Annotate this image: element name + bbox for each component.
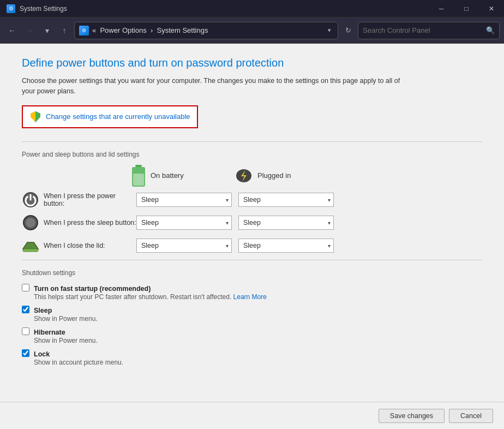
fast-startup-checkbox[interactable] bbox=[22, 284, 29, 291]
change-settings-box[interactable]: Change settings that are currently unava… bbox=[22, 105, 198, 128]
lid-battery-dropdown[interactable]: Sleep Hibernate Shut down Do nothing bbox=[136, 239, 232, 253]
svg-point-11 bbox=[26, 218, 35, 228]
fast-startup-sublabel: This helps start your PC faster after sh… bbox=[34, 293, 267, 301]
sleep-battery-dropdown-wrapper: Sleep Hibernate Shut down Do nothing ▾ bbox=[136, 216, 232, 230]
content-inner: Define power buttons and turn on passwor… bbox=[0, 44, 504, 402]
fast-startup-label-text[interactable]: Turn on fast startup (recommended) bbox=[34, 285, 151, 293]
hibernate-sublabel: Show in Power menu. bbox=[34, 337, 98, 344]
sleep-label-text[interactable]: Sleep bbox=[34, 307, 52, 314]
svg-marker-1 bbox=[31, 111, 35, 122]
lid-close-icon bbox=[22, 237, 39, 254]
power-plugged-dropdown-wrapper: Sleep Hibernate Shut down Do nothing ▾ bbox=[238, 193, 334, 207]
sleep-plugged-dropdown-wrapper: Sleep Hibernate Shut down Do nothing ▾ bbox=[238, 216, 334, 230]
lid-battery-dropdown-wrapper: Sleep Hibernate Shut down Do nothing ▾ bbox=[136, 239, 232, 253]
sleep-battery-dropdown[interactable]: Sleep Hibernate Shut down Do nothing bbox=[136, 216, 232, 230]
address-text: « Power Options › System Settings bbox=[92, 26, 322, 34]
back-button[interactable]: ← bbox=[4, 23, 20, 38]
power-sleep-section-label: Power and sleep buttons and lid settings bbox=[22, 151, 482, 158]
address-bar-icon: ⚙ bbox=[79, 26, 89, 35]
on-battery-header: On battery bbox=[131, 165, 235, 187]
hibernate-content: Hibernate Show in Power menu. bbox=[34, 327, 98, 344]
address-bar: ⚙ « Power Options › System Settings ▾ bbox=[74, 22, 338, 39]
up-button[interactable]: ↑ bbox=[57, 23, 72, 38]
sleep-sublabel: Show in Power menu. bbox=[34, 315, 98, 323]
sleep-item: Sleep Show in Power menu. bbox=[22, 305, 482, 323]
sleep-plugged-dropdown[interactable]: Sleep Hibernate Shut down Do nothing bbox=[238, 216, 334, 230]
power-button-selects: Sleep Hibernate Shut down Do nothing ▾ S… bbox=[136, 193, 334, 207]
fast-startup-label: Turn on fast startup (recommended) bbox=[34, 283, 267, 293]
power-battery-dropdown-wrapper: Sleep Hibernate Shut down Do nothing ▾ bbox=[136, 193, 232, 207]
title-bar-controls: ─ □ ✕ bbox=[429, 0, 504, 17]
content-area: Define power buttons and turn on passwor… bbox=[0, 44, 504, 429]
sleep-button-row: When I press the sleep button: Sleep Hib… bbox=[22, 214, 482, 231]
bottom-bar: Save changes Cancel bbox=[0, 402, 504, 429]
fast-startup-item: Turn on fast startup (recommended) This … bbox=[22, 283, 482, 301]
learn-more-link[interactable]: Learn More bbox=[233, 293, 267, 301]
dropdown-history-button[interactable]: ▾ bbox=[39, 23, 55, 38]
shield-icon bbox=[29, 111, 41, 123]
change-settings-link[interactable]: Change settings that are currently unava… bbox=[46, 112, 190, 121]
search-box: 🔍 bbox=[358, 22, 500, 39]
refresh-button[interactable]: ↻ bbox=[340, 23, 356, 38]
sleep-content: Sleep Show in Power menu. bbox=[34, 305, 98, 323]
lid-plugged-dropdown-wrapper: Sleep Hibernate Shut down Do nothing ▾ bbox=[238, 239, 334, 253]
address-chevron[interactable]: ▾ bbox=[326, 26, 333, 35]
battery-icon bbox=[131, 165, 146, 187]
svg-rect-6 bbox=[133, 174, 144, 186]
power-button-row: When I press the power button: Sleep Hib… bbox=[22, 191, 482, 208]
search-icon: 🔍 bbox=[486, 26, 495, 34]
fast-startup-content: Turn on fast startup (recommended) This … bbox=[34, 283, 267, 301]
sleep-checkbox[interactable] bbox=[22, 306, 29, 313]
page-description: Choose the power settings that you want … bbox=[22, 76, 415, 97]
power-button-label: When I press the power button: bbox=[44, 192, 136, 207]
lock-content: Lock Show in account picture menu. bbox=[34, 349, 123, 366]
hibernate-label-text[interactable]: Hibernate bbox=[34, 329, 65, 336]
lock-sublabel: Show in account picture menu. bbox=[34, 359, 123, 366]
power-plugged-dropdown[interactable]: Sleep Hibernate Shut down Do nothing bbox=[238, 193, 334, 207]
plugged-in-label: Plugged in bbox=[257, 171, 291, 180]
app-icon: ⚙ bbox=[7, 4, 15, 13]
power-button-icon bbox=[22, 191, 39, 208]
maximize-button[interactable]: □ bbox=[454, 0, 479, 17]
top-divider bbox=[22, 141, 482, 142]
cancel-button[interactable]: Cancel bbox=[449, 409, 493, 423]
lid-close-label: When I close the lid: bbox=[44, 242, 136, 249]
lock-item: Lock Show in account picture menu. bbox=[22, 349, 482, 366]
page-title: Define power buttons and turn on passwor… bbox=[22, 57, 482, 69]
lid-close-selects: Sleep Hibernate Shut down Do nothing ▾ S… bbox=[136, 239, 334, 253]
minimize-button[interactable]: ─ bbox=[429, 0, 454, 17]
settings-header-row: On battery Plugged in bbox=[22, 165, 482, 187]
search-input[interactable] bbox=[363, 26, 483, 34]
svg-rect-12 bbox=[23, 249, 38, 252]
plugged-icon bbox=[235, 168, 253, 184]
forward-button[interactable]: → bbox=[22, 23, 37, 38]
lock-label-text[interactable]: Lock bbox=[34, 350, 50, 358]
title-bar: ⚙ System Settings ─ □ ✕ bbox=[0, 0, 504, 17]
power-battery-dropdown[interactable]: Sleep Hibernate Shut down Do nothing bbox=[136, 193, 232, 207]
save-changes-button[interactable]: Save changes bbox=[379, 409, 445, 423]
title-bar-left: ⚙ System Settings bbox=[7, 4, 67, 13]
shutdown-section-label: Shutdown settings bbox=[22, 269, 482, 277]
svg-marker-3 bbox=[35, 111, 40, 122]
close-button[interactable]: ✕ bbox=[479, 0, 504, 17]
hibernate-item: Hibernate Show in Power menu. bbox=[22, 327, 482, 344]
nav-bar: ← → ▾ ↑ ⚙ « Power Options › System Setti… bbox=[0, 17, 504, 44]
sleep-button-selects: Sleep Hibernate Shut down Do nothing ▾ S… bbox=[136, 216, 334, 230]
lid-plugged-dropdown[interactable]: Sleep Hibernate Shut down Do nothing bbox=[238, 239, 334, 253]
window-title: System Settings bbox=[20, 5, 67, 13]
sleep-button-label: When I press the sleep button: bbox=[44, 219, 136, 227]
hibernate-checkbox[interactable] bbox=[22, 327, 29, 335]
svg-rect-4 bbox=[135, 165, 142, 167]
middle-divider bbox=[22, 260, 482, 260]
lid-close-row: When I close the lid: Sleep Hibernate Sh… bbox=[22, 237, 482, 254]
plugged-in-header: Plugged in bbox=[235, 168, 338, 184]
lock-checkbox[interactable] bbox=[22, 349, 29, 357]
sleep-button-icon bbox=[22, 214, 39, 231]
